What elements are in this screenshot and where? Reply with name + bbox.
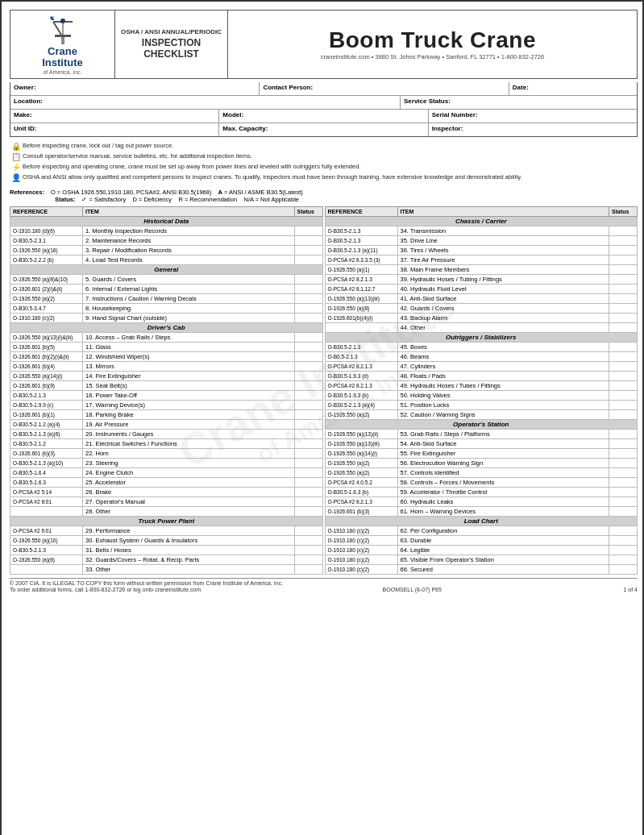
ref-line-2: Status: ✓ = Satisfactory D = Deficiency … — [10, 196, 638, 203]
table-row: O-1926.550 (a)(2)52. Caution / Warning S… — [325, 409, 638, 419]
item-cell: 64. Legible — [397, 545, 609, 555]
inspector-label: Inspector: — [432, 125, 463, 135]
item-cell: 48. Floats / Pads — [397, 371, 609, 380]
status-cell — [294, 342, 322, 351]
item-cell: 20. Instruments / Gauges — [83, 429, 295, 438]
status-cell — [294, 438, 322, 448]
section-header-cell: Outriggers / Stabilizers — [325, 332, 638, 342]
left-table-half: REFERENCE ITEM Status Historical DataO-1… — [10, 206, 323, 575]
item-cell: 65. Visible From Operator's Station — [397, 555, 609, 564]
logo-text: CraneInstitute — [42, 46, 83, 69]
item-cell: 35. Drive Line — [397, 235, 609, 245]
footer-copyright: © 2007 CIA. It is ILLEGAL TO COPY this f… — [10, 580, 638, 586]
item-cell: 8. Housekeeping — [83, 303, 295, 313]
item-cell: 59. Accelerator / Throttle Control — [397, 487, 609, 496]
ref-cell — [10, 506, 83, 516]
date-value — [532, 84, 634, 93]
table-row: O-1926.550 (a)(16)3. Repair / Modificati… — [10, 245, 323, 255]
svg-rect-0 — [61, 36, 64, 44]
section-header-row: Operator's Station — [325, 419, 638, 429]
status-cell — [294, 284, 322, 293]
status-cell — [294, 448, 322, 458]
table-row: O-1926.601 (b)(9)15. Seat Belt(s) — [10, 380, 323, 390]
table-row: O-1926.550 (a)(2)7. Instructions / Cauti… — [10, 293, 323, 303]
table-row: O-PCSA #2 8.3.3.5 (3)37. Tire Air Pressu… — [325, 255, 638, 264]
status-cell — [294, 496, 322, 506]
ref-ansi: A = ANSI / ASME B30.5(Latest) — [218, 189, 302, 196]
table-row: O-1926.550 (a)(1)38. Main Frame Members — [325, 264, 638, 274]
svg-rect-1 — [55, 35, 71, 37]
ref-cell: O-B30.5-1.9.9 (c) — [10, 400, 83, 409]
service-status-cell: Service Status: — [401, 96, 637, 109]
table-row: O-1926.601 (b)(3)61. Horn – Warning Devi… — [325, 506, 638, 516]
unitid-value — [39, 125, 215, 135]
ref-cell: O-1926.550 (a)(1) — [325, 264, 397, 274]
status-cell — [294, 371, 322, 380]
ref-cell: O-B30.5-2.1.3 — [325, 226, 397, 235]
ref-cell: O-PCSA #2 4.0,5.2 — [325, 477, 397, 487]
section-header-cell: Truck Power Plant — [10, 516, 323, 526]
ref-cell: O-1910.180 (c)(2) — [325, 555, 397, 564]
svg-line-2 — [53, 22, 61, 35]
status-cell — [294, 400, 322, 409]
logo-section: 🏗 CraneInstitute of America, Inc. — [10, 10, 115, 78]
table-row: O-B30.5-1.6.325. Accelerator — [10, 477, 323, 487]
tables-container: REFERENCE ITEM Status Historical DataO-1… — [10, 206, 638, 575]
ref-cell: O-B30.5-2.1.2 (a)(4) — [10, 419, 83, 429]
status-cell — [609, 545, 638, 555]
checklist-inspection: INSPECTION CHECKLIST — [118, 37, 224, 60]
location-value — [46, 98, 397, 107]
ref-cell: O-B30.5-2.1.2 — [10, 438, 83, 448]
item-cell: 22. Horn — [83, 448, 295, 458]
make-cell: Make: — [10, 110, 219, 123]
table-row: O-B30.5-2.1.2 (a)(4)19. Air Pressure — [10, 419, 323, 429]
status-cell — [294, 487, 322, 496]
logo: 🏗 CraneInstitute of America, Inc. — [42, 14, 83, 75]
footer-page: 1 of 4 — [623, 587, 638, 592]
table-row: O-B30.5-2.1.3 (a)(10)23. Steering — [10, 458, 323, 467]
ref-cell: O-1910.180 (c)(2) — [325, 564, 397, 574]
item-cell: 39. Hydraulic Hoses / Tubing / Fittings — [397, 274, 609, 284]
table-row: O-1926.550 (a)(8)&(10)5. Guards / Covers — [10, 274, 323, 284]
unitid-cell: Unit ID: — [10, 123, 219, 136]
status-cell — [609, 226, 638, 235]
ref-cell: O-1926.550 (a)(8) — [325, 303, 397, 313]
status-cell — [294, 429, 322, 438]
right-th-item: ITEM — [397, 206, 609, 216]
ref-cell: O-1926.601 (b)(3) — [10, 448, 83, 458]
inspector-cell: Inspector: — [429, 123, 637, 136]
ref-cell: O-PCSA #2 6:01 — [10, 526, 83, 535]
item-cell: 62. Per Configuration — [397, 526, 609, 535]
ref-cell: O-PCSA #2 8.3.3.5 (3) — [325, 255, 397, 264]
ref-cell: O-B30.5-2.1.3 (a)(4) — [325, 400, 397, 409]
table-row: O-B30.5-1.9.9 (c)17. Warning Device(s) — [10, 400, 323, 409]
status-cell — [294, 506, 322, 516]
item-cell: 6. Internal / External Lights — [83, 284, 295, 293]
table-row: O-1926.601 (2)(i)&(ii)6. Internal / Exte… — [10, 284, 323, 293]
item-cell: 23. Steering — [83, 458, 295, 467]
notices-section: 🔒 Before inspecting crane, lock out / ta… — [10, 140, 638, 185]
logo-subtext: of America, Inc. — [43, 69, 81, 75]
table-row: O-B30.5-2.1.335. Drive Line — [325, 235, 638, 245]
ref-cell: O-B30.5-2.1.3 — [325, 235, 397, 245]
item-cell: 2. Maintenance Records — [83, 235, 295, 245]
ref-cell: O-B30.5-2.1.3 (a)(10) — [10, 458, 83, 467]
ref-cell: O-1910.180 (c)(2) — [10, 313, 83, 322]
table-row: O-PCSA #2 8.1,12.740. Hydraulic Fluid Le… — [325, 284, 638, 293]
status-cell — [294, 477, 322, 487]
table-row: O-1926.550 (a)(13)(iii)41. Anti-Skid Sur… — [325, 293, 638, 303]
table-row: O-1910.180 (c)(2)9. Hand Signal Chart (o… — [10, 313, 323, 322]
location-cell: Location: — [10, 96, 401, 109]
section-header-cell: Historical Data — [10, 216, 323, 226]
ref-cell: O-B30.5-3.4.7 — [10, 303, 83, 313]
item-cell: 47. Cylinders — [397, 361, 609, 371]
notice-4-text: OSHA and ANSI allow only qualified and c… — [23, 173, 522, 181]
notice-2-text: Consult operator/service manual, service… — [23, 152, 252, 160]
ref-cell: O-B30.5-2.1.3 — [10, 545, 83, 555]
section-header-row: Chassis / Carrier — [325, 216, 638, 226]
right-checklist-table: REFERENCE ITEM Status Chassis / CarrierO… — [325, 206, 638, 575]
item-cell: 27. Operator's Manual — [83, 496, 295, 506]
item-cell: 40. Hydraulic Fluid Level — [397, 284, 609, 293]
page: 🏗 CraneInstitute of America, Inc. OSHA /… — [10, 10, 638, 829]
footer-bottom: To order additional forms, call 1-800-83… — [10, 587, 638, 592]
